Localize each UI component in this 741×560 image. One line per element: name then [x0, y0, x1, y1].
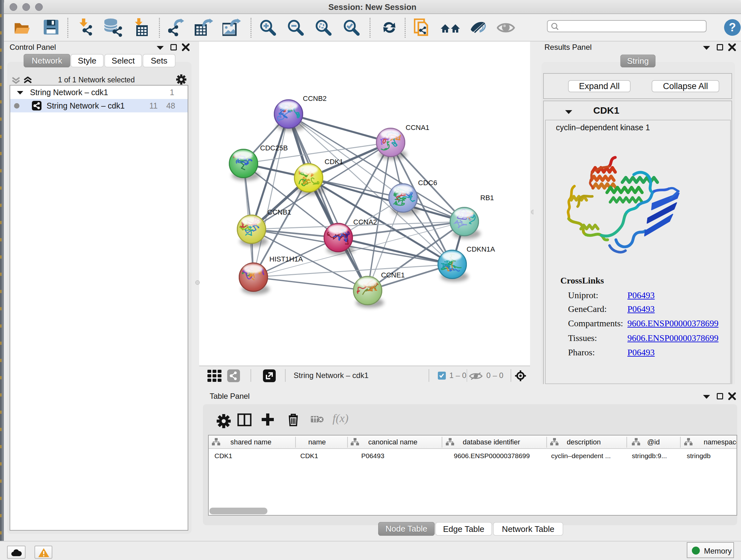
svg-text:CDC6: CDC6	[418, 179, 437, 187]
svg-text:CDKN1A: CDKN1A	[467, 245, 495, 253]
svg-text:CCNA2: CCNA2	[353, 218, 377, 226]
svg-text:CDC25B: CDC25B	[260, 144, 288, 152]
svg-text:CDK1: CDK1	[325, 158, 343, 166]
svg-text:?: ?	[729, 21, 736, 34]
svg-text:HIST1H1A: HIST1H1A	[269, 255, 303, 263]
svg-text:CCNB1: CCNB1	[267, 208, 291, 216]
svg-text:CCNB2: CCNB2	[303, 95, 327, 103]
svg-text:RB1: RB1	[480, 194, 494, 202]
svg-text:CCNE1: CCNE1	[381, 271, 405, 279]
svg-text:CCNA1: CCNA1	[406, 124, 429, 132]
